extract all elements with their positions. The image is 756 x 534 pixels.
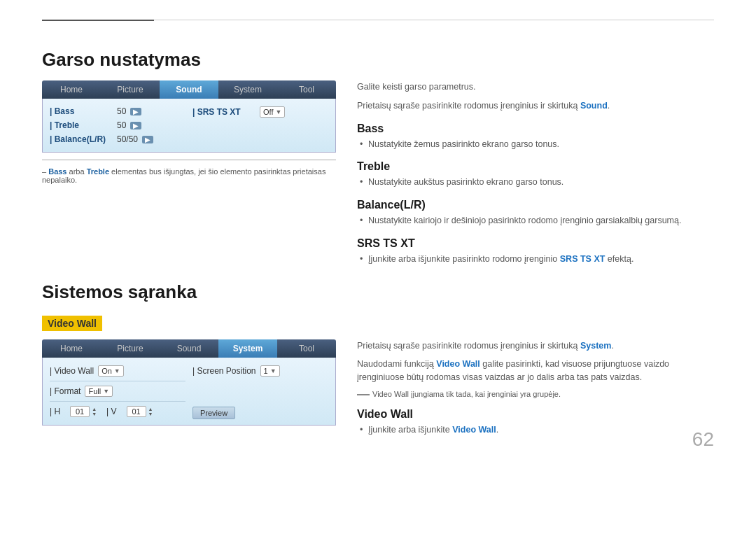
row-div2 — [50, 401, 186, 402]
treble-bullet: Nustatykite aukštus pasirinkto ekrano ga… — [357, 176, 714, 189]
vw-sub-title: Video Wall — [357, 408, 714, 421]
screenpos-select[interactable]: 1 ▼ — [260, 365, 280, 377]
sound-right-col: Galite keisti garso parametrus. Prietais… — [357, 80, 714, 266]
balance-subsection: Balance(L/R) Nustatykite kairiojo ir deš… — [357, 199, 714, 227]
menu-home[interactable]: Home — [42, 80, 101, 99]
sound-table-area: | Bass 50 ▶ | Treble 50 ▶ | Balance(L/R) — [42, 99, 336, 153]
bass-subsection: Bass Nustatykite žemus pasirinkto ekrano… — [357, 122, 714, 151]
bass-arrow[interactable]: ▶ — [130, 108, 141, 115]
videowall-value: On — [102, 367, 112, 375]
hv-row: | H 01 ▲ ▼ | V 01 — [50, 404, 186, 419]
balance-sub-title: Balance(L/R) — [357, 199, 714, 211]
section2-title: Sistemos sąranka — [42, 281, 714, 303]
sound-menu-bar: Home Picture Sound System Tool — [42, 80, 336, 99]
preview-button[interactable]: Preview — [192, 407, 235, 419]
system-table-area: | Video Wall On ▼ | Format Full — [42, 358, 336, 426]
top-line-accent — [42, 20, 154, 21]
videowall-label: | Video Wall — [50, 366, 94, 376]
vw-subsection: Video Wall Įjunkite arba išjunkite Video… — [357, 408, 714, 437]
sound-intro2: Prietaisų sąraše pasirinkite rodomus įre… — [357, 99, 714, 113]
separator1 — [42, 160, 336, 160]
v-down-arrow[interactable]: ▼ — [148, 412, 153, 416]
menu-tool[interactable]: Tool — [277, 80, 336, 99]
h-label: | H — [50, 407, 60, 416]
row-div1 — [50, 381, 186, 381]
sys-menu-tool[interactable]: Tool — [277, 339, 336, 358]
video-wall-badge: Video Wall — [42, 316, 102, 331]
videowall-row: | Video Wall On ▼ — [50, 363, 186, 379]
system-intro1: Prietaisų sąraše pasirinkite rodomus įre… — [357, 339, 714, 353]
balance-label: | Balance(L/R) — [50, 134, 113, 144]
v-value: 01 — [127, 406, 146, 417]
srs-sub-title: SRS TS XT — [357, 237, 714, 250]
srs-value: Off — [263, 108, 273, 116]
bass-label: | Bass — [50, 106, 113, 116]
sound-link: Sound — [580, 101, 608, 111]
system-intro2: Naudodami funkciją Video Wall galite pas… — [357, 358, 714, 384]
balance-arrow[interactable]: ▶ — [142, 136, 153, 143]
sys-menu-system[interactable]: System — [218, 339, 277, 358]
bass-row: | Bass 50 ▶ — [50, 104, 186, 118]
treble-row: | Treble 50 ▶ — [50, 118, 186, 132]
srs-row: | SRS TS XT Off ▼ — [192, 104, 328, 120]
format-label: | Format — [50, 386, 80, 396]
v-up-arrow[interactable]: ▲ — [148, 407, 153, 412]
srs-subsection: SRS TS XT Įjunkite arba išjunkite pasiri… — [357, 237, 714, 266]
sys-menu-picture[interactable]: Picture — [101, 339, 160, 358]
menu-picture[interactable]: Picture — [101, 80, 160, 99]
videowall-select[interactable]: On ▼ — [98, 365, 124, 377]
balance-value: 50/50 — [117, 134, 138, 144]
menu-system[interactable]: System — [218, 80, 277, 99]
treble-note-bold: Treble — [87, 167, 109, 176]
srs-label: | SRS TS XT — [192, 107, 255, 117]
bass-note-bold: Bass — [48, 167, 66, 176]
treble-subsection: Treble Nustatykite aukštus pasirinkto ek… — [357, 160, 714, 189]
bass-bullet: Nustatykite žemus pasirinkto ekrano gars… — [357, 138, 714, 151]
treble-arrow[interactable]: ▶ — [130, 122, 141, 129]
bass-value: 50 — [117, 106, 126, 116]
format-value: Full — [88, 387, 101, 395]
screenpos-label: | Screen Position — [192, 366, 256, 376]
screenpos-value: 1 — [264, 367, 268, 375]
srs-link: SRS TS XT — [560, 254, 606, 264]
section1-title: Garso nustatymas — [42, 49, 714, 71]
v-spinner[interactable]: 01 ▲ ▼ — [127, 406, 153, 417]
system-note: Video Wall įjungiama tik tada, kai įreng… — [357, 390, 714, 398]
format-select[interactable]: Full ▼ — [85, 386, 113, 397]
h-down-arrow[interactable]: ▼ — [92, 412, 97, 416]
h-value: 01 — [70, 406, 90, 417]
h-spinner[interactable]: 01 ▲ ▼ — [70, 406, 97, 417]
srs-select[interactable]: Off ▼ — [260, 106, 285, 118]
format-row: | Format Full ▼ — [50, 384, 186, 399]
treble-value: 50 — [117, 120, 126, 130]
v-label: | V — [106, 407, 116, 416]
page-number: 62 — [692, 428, 714, 451]
vw-bullet-link: Video Wall — [452, 425, 496, 435]
sound-intro1: Galite keisti garso parametrus. — [357, 80, 714, 94]
menu-sound[interactable]: Sound — [160, 80, 218, 99]
system-menu-bar: Home Picture Sound System Tool — [42, 339, 336, 358]
srs-bullet: Įjunkite arba išjunkite pasirinkto rodom… — [357, 253, 714, 266]
system-link: System — [580, 341, 611, 351]
bass-sub-title: Bass — [357, 122, 714, 135]
screenpos-row: | Screen Position 1 ▼ — [192, 363, 328, 379]
sys-menu-home[interactable]: Home — [42, 339, 101, 358]
dash-icon — [357, 394, 370, 395]
vw-link1: Video Wall — [436, 359, 480, 369]
sys-menu-sound[interactable]: Sound — [160, 339, 218, 358]
balance-bullet: Nustatykite kairiojo ir dešiniojo pasiri… — [357, 214, 714, 227]
system-right-col: Prietaisų sąraše pasirinkite rodomus įre… — [357, 339, 714, 437]
h-up-arrow[interactable]: ▲ — [92, 407, 97, 412]
treble-sub-title: Treble — [357, 160, 714, 173]
treble-label: | Treble — [50, 120, 113, 130]
sound-note: – Bass arba Treble elementas bus išjungt… — [42, 167, 336, 184]
vw-note-link: Video Wall — [372, 390, 409, 398]
balance-row: | Balance(L/R) 50/50 ▶ — [50, 132, 186, 146]
vw-bullet: Įjunkite arba išjunkite Video Wall. — [357, 423, 714, 437]
